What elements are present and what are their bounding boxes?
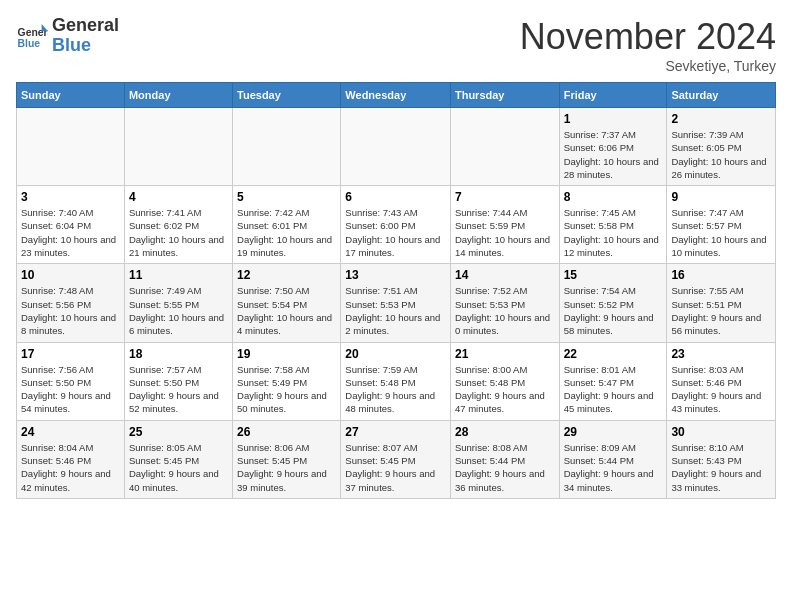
day-of-week-friday: Friday	[559, 83, 667, 108]
day-number: 26	[237, 425, 336, 439]
day-info: Sunrise: 7:45 AM Sunset: 5:58 PM Dayligh…	[564, 206, 663, 259]
calendar-cell	[17, 108, 125, 186]
logo: General Blue General Blue	[16, 16, 119, 56]
day-number: 15	[564, 268, 663, 282]
calendar-cell	[450, 108, 559, 186]
header-row: SundayMondayTuesdayWednesdayThursdayFrid…	[17, 83, 776, 108]
day-number: 27	[345, 425, 446, 439]
calendar-cell	[233, 108, 341, 186]
day-of-week-monday: Monday	[124, 83, 232, 108]
calendar-body: 1Sunrise: 7:37 AM Sunset: 6:06 PM Daylig…	[17, 108, 776, 499]
calendar-cell: 16Sunrise: 7:55 AM Sunset: 5:51 PM Dayli…	[667, 264, 776, 342]
calendar-cell: 29Sunrise: 8:09 AM Sunset: 5:44 PM Dayli…	[559, 420, 667, 498]
day-info: Sunrise: 8:10 AM Sunset: 5:43 PM Dayligh…	[671, 441, 771, 494]
location-text: Sevketiye, Turkey	[520, 58, 776, 74]
day-info: Sunrise: 7:59 AM Sunset: 5:48 PM Dayligh…	[345, 363, 446, 416]
calendar-cell: 30Sunrise: 8:10 AM Sunset: 5:43 PM Dayli…	[667, 420, 776, 498]
day-of-week-wednesday: Wednesday	[341, 83, 451, 108]
logo-general-text: General	[52, 16, 119, 36]
day-of-week-sunday: Sunday	[17, 83, 125, 108]
day-info: Sunrise: 7:44 AM Sunset: 5:59 PM Dayligh…	[455, 206, 555, 259]
day-number: 8	[564, 190, 663, 204]
day-info: Sunrise: 8:04 AM Sunset: 5:46 PM Dayligh…	[21, 441, 120, 494]
calendar-cell: 12Sunrise: 7:50 AM Sunset: 5:54 PM Dayli…	[233, 264, 341, 342]
day-info: Sunrise: 8:09 AM Sunset: 5:44 PM Dayligh…	[564, 441, 663, 494]
calendar-cell: 21Sunrise: 8:00 AM Sunset: 5:48 PM Dayli…	[450, 342, 559, 420]
day-info: Sunrise: 7:51 AM Sunset: 5:53 PM Dayligh…	[345, 284, 446, 337]
calendar-cell	[341, 108, 451, 186]
title-block: November 2024 Sevketiye, Turkey	[520, 16, 776, 74]
calendar-cell	[124, 108, 232, 186]
calendar-cell: 6Sunrise: 7:43 AM Sunset: 6:00 PM Daylig…	[341, 186, 451, 264]
day-info: Sunrise: 7:43 AM Sunset: 6:00 PM Dayligh…	[345, 206, 446, 259]
day-info: Sunrise: 8:08 AM Sunset: 5:44 PM Dayligh…	[455, 441, 555, 494]
day-info: Sunrise: 8:03 AM Sunset: 5:46 PM Dayligh…	[671, 363, 771, 416]
calendar-week-3: 10Sunrise: 7:48 AM Sunset: 5:56 PM Dayli…	[17, 264, 776, 342]
logo-text: General Blue	[52, 16, 119, 56]
day-info: Sunrise: 8:07 AM Sunset: 5:45 PM Dayligh…	[345, 441, 446, 494]
day-number: 14	[455, 268, 555, 282]
calendar-cell: 4Sunrise: 7:41 AM Sunset: 6:02 PM Daylig…	[124, 186, 232, 264]
logo-blue-text: Blue	[52, 36, 119, 56]
calendar-cell: 25Sunrise: 8:05 AM Sunset: 5:45 PM Dayli…	[124, 420, 232, 498]
day-info: Sunrise: 7:47 AM Sunset: 5:57 PM Dayligh…	[671, 206, 771, 259]
day-number: 2	[671, 112, 771, 126]
day-info: Sunrise: 7:52 AM Sunset: 5:53 PM Dayligh…	[455, 284, 555, 337]
calendar-cell: 2Sunrise: 7:39 AM Sunset: 6:05 PM Daylig…	[667, 108, 776, 186]
calendar-week-5: 24Sunrise: 8:04 AM Sunset: 5:46 PM Dayli…	[17, 420, 776, 498]
day-number: 5	[237, 190, 336, 204]
calendar-cell: 28Sunrise: 8:08 AM Sunset: 5:44 PM Dayli…	[450, 420, 559, 498]
day-number: 22	[564, 347, 663, 361]
day-info: Sunrise: 7:40 AM Sunset: 6:04 PM Dayligh…	[21, 206, 120, 259]
logo-icon: General Blue	[16, 20, 48, 52]
calendar-week-1: 1Sunrise: 7:37 AM Sunset: 6:06 PM Daylig…	[17, 108, 776, 186]
calendar-cell: 27Sunrise: 8:07 AM Sunset: 5:45 PM Dayli…	[341, 420, 451, 498]
day-number: 17	[21, 347, 120, 361]
day-number: 29	[564, 425, 663, 439]
day-info: Sunrise: 7:48 AM Sunset: 5:56 PM Dayligh…	[21, 284, 120, 337]
day-number: 11	[129, 268, 228, 282]
calendar-week-4: 17Sunrise: 7:56 AM Sunset: 5:50 PM Dayli…	[17, 342, 776, 420]
day-number: 9	[671, 190, 771, 204]
calendar-cell: 19Sunrise: 7:58 AM Sunset: 5:49 PM Dayli…	[233, 342, 341, 420]
day-number: 1	[564, 112, 663, 126]
day-number: 18	[129, 347, 228, 361]
day-info: Sunrise: 8:00 AM Sunset: 5:48 PM Dayligh…	[455, 363, 555, 416]
month-title: November 2024	[520, 16, 776, 58]
calendar-cell: 5Sunrise: 7:42 AM Sunset: 6:01 PM Daylig…	[233, 186, 341, 264]
day-info: Sunrise: 8:05 AM Sunset: 5:45 PM Dayligh…	[129, 441, 228, 494]
calendar-week-2: 3Sunrise: 7:40 AM Sunset: 6:04 PM Daylig…	[17, 186, 776, 264]
day-info: Sunrise: 7:42 AM Sunset: 6:01 PM Dayligh…	[237, 206, 336, 259]
calendar-cell: 9Sunrise: 7:47 AM Sunset: 5:57 PM Daylig…	[667, 186, 776, 264]
calendar-header: SundayMondayTuesdayWednesdayThursdayFrid…	[17, 83, 776, 108]
calendar-cell: 15Sunrise: 7:54 AM Sunset: 5:52 PM Dayli…	[559, 264, 667, 342]
day-info: Sunrise: 7:41 AM Sunset: 6:02 PM Dayligh…	[129, 206, 228, 259]
day-number: 12	[237, 268, 336, 282]
calendar-cell: 13Sunrise: 7:51 AM Sunset: 5:53 PM Dayli…	[341, 264, 451, 342]
day-info: Sunrise: 8:06 AM Sunset: 5:45 PM Dayligh…	[237, 441, 336, 494]
calendar-cell: 24Sunrise: 8:04 AM Sunset: 5:46 PM Dayli…	[17, 420, 125, 498]
calendar-cell: 11Sunrise: 7:49 AM Sunset: 5:55 PM Dayli…	[124, 264, 232, 342]
calendar-cell: 7Sunrise: 7:44 AM Sunset: 5:59 PM Daylig…	[450, 186, 559, 264]
day-number: 21	[455, 347, 555, 361]
day-number: 30	[671, 425, 771, 439]
calendar-cell: 17Sunrise: 7:56 AM Sunset: 5:50 PM Dayli…	[17, 342, 125, 420]
day-number: 25	[129, 425, 228, 439]
page-header: General Blue General Blue November 2024 …	[16, 16, 776, 74]
day-number: 28	[455, 425, 555, 439]
day-number: 19	[237, 347, 336, 361]
day-number: 3	[21, 190, 120, 204]
calendar-cell: 18Sunrise: 7:57 AM Sunset: 5:50 PM Dayli…	[124, 342, 232, 420]
day-info: Sunrise: 7:55 AM Sunset: 5:51 PM Dayligh…	[671, 284, 771, 337]
day-number: 4	[129, 190, 228, 204]
day-number: 20	[345, 347, 446, 361]
calendar-cell: 20Sunrise: 7:59 AM Sunset: 5:48 PM Dayli…	[341, 342, 451, 420]
day-info: Sunrise: 7:49 AM Sunset: 5:55 PM Dayligh…	[129, 284, 228, 337]
day-info: Sunrise: 7:50 AM Sunset: 5:54 PM Dayligh…	[237, 284, 336, 337]
day-number: 16	[671, 268, 771, 282]
day-number: 13	[345, 268, 446, 282]
day-number: 23	[671, 347, 771, 361]
day-of-week-thursday: Thursday	[450, 83, 559, 108]
day-info: Sunrise: 7:37 AM Sunset: 6:06 PM Dayligh…	[564, 128, 663, 181]
day-info: Sunrise: 8:01 AM Sunset: 5:47 PM Dayligh…	[564, 363, 663, 416]
